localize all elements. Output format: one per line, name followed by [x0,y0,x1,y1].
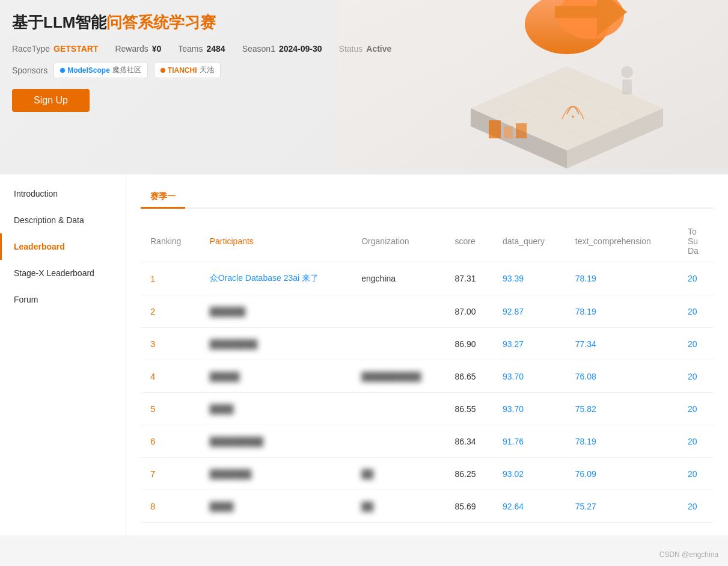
cell-score: 86.34 [445,425,493,458]
cell-data-query: 93.39 [493,262,566,295]
sidebar-item-leaderboard[interactable]: Leaderboard [0,233,126,260]
sidebar-item-stage-x[interactable]: Stage-X Leaderboard [0,260,126,286]
table-row: 6█████████86.3491.7678.1920 [141,425,714,458]
teams-label: Teams [178,44,203,54]
cell-organization: ██████████ [352,360,445,393]
teams-item: Teams 2484 [178,44,225,54]
cell-ranking: 2 [141,295,200,328]
racetype-label: RaceType [12,44,50,54]
tab-season-1[interactable]: 赛季一 [141,186,185,209]
cell-participants: ████ [200,393,352,425]
table-row: 5████86.5593.7075.8220 [141,393,714,425]
col-text-comprehension: text_comprehension [566,221,678,262]
svg-rect-17 [622,79,632,94]
cell-text-comprehension: 78.19 [566,262,678,295]
cell-participants: 众Oracle Database 23ai 来了 [200,262,352,295]
table-row: 1众Oracle Database 23ai 来了engchina87.3193… [141,262,714,295]
table-header-row: Ranking Participants Organization score … [141,221,714,262]
season-label: Season1 [242,44,275,54]
content-area: 赛季一 Ranking Participants Organization sc… [126,174,728,535]
table-row: 7█████████86.2593.0276.0920 [141,458,714,490]
cell-ranking: 3 [141,328,200,360]
sponsors-label: Sponsors [12,66,47,75]
signup-button[interactable]: Sign Up [12,89,90,112]
cell-score: 87.00 [445,295,493,328]
table-row: 8██████85.6992.6475.2720 [141,490,714,523]
cell-data-query: 92.64 [493,490,566,523]
tianchi-sub: 天池 [200,65,214,75]
cell-participants: ███████ [200,458,352,490]
banner-illustration [328,0,728,174]
col-data-query: data_query [493,221,566,262]
cell-data-query: 92.87 [493,295,566,328]
cell-organization: engchina [352,262,445,295]
svg-rect-13 [504,126,513,138]
svg-rect-12 [489,120,501,138]
leaderboard-table: Ranking Participants Organization score … [141,221,714,523]
col-score: score [445,221,493,262]
cell-ranking: 6 [141,425,200,458]
cell-text-comprehension: 75.27 [566,490,678,523]
rewards-label: Rewards [115,44,148,54]
cell-organization [352,295,445,328]
cell-overflow: 20 [678,295,714,328]
cell-text-comprehension: 78.19 [566,295,678,328]
cell-data-query: 93.70 [493,393,566,425]
sidebar-item-forum[interactable]: Forum [0,286,126,313]
rewards-item: Rewards ¥0 [115,44,161,54]
col-ranking: Ranking [141,221,200,262]
banner: 基于LLM智能问答系统学习赛 RaceType GETSTART Rewards… [0,0,728,174]
cell-score: 85.69 [445,490,493,523]
cell-text-comprehension: 75.82 [566,393,678,425]
sidebar: Introduction Description & Data Leaderbo… [0,174,126,535]
cell-ranking: 1 [141,262,200,295]
modelscope-dot [60,68,65,73]
tianchi-name: TIANCHI [168,66,197,75]
cell-overflow: 20 [678,490,714,523]
svg-point-15 [572,115,574,118]
cell-ranking: 5 [141,393,200,425]
table-row: 4███████████████86.6593.7076.0820 [141,360,714,393]
sidebar-item-description-data[interactable]: Description & Data [0,207,126,233]
cell-participants: ██████ [200,295,352,328]
cell-score: 86.90 [445,328,493,360]
sidebar-item-introduction[interactable]: Introduction [0,180,126,207]
svg-point-16 [621,66,633,78]
cell-organization: ██ [352,490,445,523]
tab-bar: 赛季一 [141,186,714,209]
cell-score: 87.31 [445,262,493,295]
rewards-value: ¥0 [152,44,162,54]
cell-ranking: 8 [141,490,200,523]
cell-overflow: 20 [678,360,714,393]
season-item: Season1 2024-09-30 [242,44,322,54]
racetype-value: GETSTART [54,44,98,54]
season-value: 2024-09-30 [279,44,322,54]
cell-participants: ████ [200,490,352,523]
cell-score: 86.65 [445,360,493,393]
col-organization: Organization [352,221,445,262]
sponsor-tianchi: TIANCHI 天池 [154,62,221,78]
racetype-item: RaceType GETSTART [12,44,98,54]
cell-organization [352,425,445,458]
cell-ranking: 7 [141,458,200,490]
cell-overflow: 20 [678,425,714,458]
col-overflow: ToSuDa [678,221,714,262]
cell-organization: ██ [352,458,445,490]
table-row: 2██████87.0092.8778.1920 [141,295,714,328]
cell-overflow: 20 [678,262,714,295]
cell-overflow: 20 [678,458,714,490]
sponsor-modelscope: ModelScope 魔搭社区 [54,62,148,78]
cell-text-comprehension: 76.09 [566,458,678,490]
cell-score: 86.55 [445,393,493,425]
cell-text-comprehension: 78.19 [566,425,678,458]
cell-ranking: 4 [141,360,200,393]
cell-data-query: 93.27 [493,328,566,360]
cell-data-query: 93.70 [493,360,566,393]
cell-text-comprehension: 77.34 [566,328,678,360]
leaderboard-table-container: Ranking Participants Organization score … [141,221,714,523]
table-row: 3████████86.9093.2777.3420 [141,328,714,360]
main-container: Introduction Description & Data Leaderbo… [0,174,728,535]
cell-text-comprehension: 76.08 [566,360,678,393]
cell-organization [352,328,445,360]
modelscope-sub: 魔搭社区 [112,65,141,75]
